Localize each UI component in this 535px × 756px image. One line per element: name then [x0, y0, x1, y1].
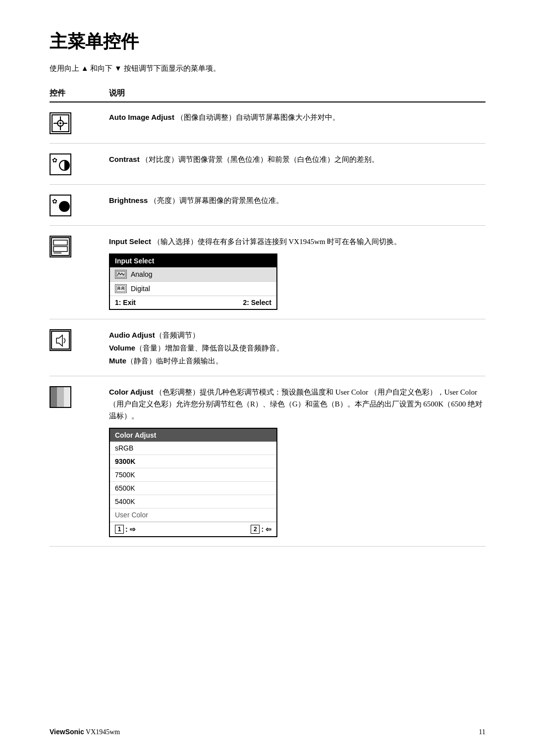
auto-image-adjust-cn: （图像自动调整）自动调节屏幕图像大小并对中。 — [176, 113, 340, 121]
content-input-select: Input Select （输入选择）使得在有多台计算器连接到 VX1945wm… — [109, 235, 485, 310]
audio-mute-line: Mute（静音）临时停止音频输出。 — [109, 355, 485, 367]
color-bar-dark — [51, 387, 57, 407]
footer-select: 2: Select — [243, 299, 271, 306]
color-item-user-color[interactable]: User Color — [110, 508, 276, 522]
icon-brightness: ✿ — [50, 194, 109, 216]
row-audio-adjust: Audio Adjust（音频调节） Volume（音量）增加音量、降低音以及使… — [50, 319, 485, 376]
footer-right: 2 : ⇦ — [251, 525, 271, 534]
analog-icon — [115, 270, 127, 279]
analog-label: Analog — [131, 270, 153, 278]
svg-text:✿: ✿ — [52, 156, 57, 164]
color-adjust-text: Color Adjust （色彩调整）提供几种色彩调节模式：预设颜色温度和 Us… — [109, 386, 485, 422]
contrast-icon: ✿ — [50, 153, 71, 175]
content-brightness: Brightness （亮度）调节屏幕图像的背景黑色位准。 — [109, 194, 485, 206]
row-auto-image-adjust: Auto Image Adjust （图像自动调整）自动调节屏幕图像大小并对中。 — [50, 102, 485, 144]
color-bar-light — [64, 387, 70, 407]
digital-icon — [115, 284, 127, 293]
digital-label: Digital — [131, 285, 150, 293]
svg-text:✿: ✿ — [52, 198, 57, 205]
footer-right-icon: : ⇦ — [261, 525, 271, 533]
header-description: 说明 — [109, 88, 485, 99]
content-audio-adjust: Audio Adjust（音频调节） Volume（音量）增加音量、降低音以及使… — [109, 328, 485, 367]
input-select-icon — [50, 236, 71, 257]
auto-image-adjust-title: Auto Image Adjust — [109, 113, 174, 121]
crosshair-icon — [50, 112, 71, 134]
row-brightness: ✿ Brightness （亮度）调节屏幕图像的背景黑色位准。 — [50, 185, 485, 226]
brightness-title: Brightness — [109, 196, 148, 204]
footer-brand-model: ViewSonic VX1945wm — [50, 728, 120, 736]
footer-num-1: 1 — [115, 525, 124, 534]
color-adjust-menu-title: Color Adjust — [110, 429, 276, 442]
table-header: 控件 说明 — [50, 88, 485, 102]
crosshair-svg — [52, 114, 69, 132]
page-container: 主菜单控件 使用向上 ▲ 和向下 ▼ 按钮调节下面显示的菜单项。 控件 说明 A… — [0, 0, 535, 586]
page-footer: ViewSonic VX1945wm 11 — [50, 728, 485, 736]
audio-adjust-title: Audio Adjust — [109, 331, 155, 339]
input-select-text: Input Select （输入选择）使得在有多台计算器连接到 VX1945wm… — [109, 236, 485, 248]
brightness-icon: ✿ — [50, 195, 71, 216]
icon-audio-adjust — [50, 328, 109, 351]
footer-left: 1 : ⇨ — [115, 525, 136, 534]
page-title: 主菜单控件 — [50, 30, 485, 54]
footer-exit: 1: Exit — [115, 299, 136, 306]
input-select-menu-title: Input Select — [110, 254, 276, 267]
icon-color-adjust — [50, 385, 109, 408]
row-color-adjust: Color Adjust （色彩调整）提供几种色彩调节模式：预设颜色温度和 Us… — [50, 376, 485, 547]
contrast-text: Contrast （对比度）调节图像背景（黑色位准）和前景（白色位准）之间的差别… — [109, 153, 485, 165]
icon-input-select — [50, 235, 109, 257]
input-select-menu-footer: 1: Exit 2: Select — [110, 296, 276, 309]
icon-contrast: ✿ — [50, 152, 109, 175]
color-item-9300k[interactable]: 9300K — [110, 455, 276, 468]
mute-title: Mute — [109, 356, 126, 365]
icon-auto-image-adjust — [50, 111, 109, 134]
input-select-menu: Input Select Analog — [109, 253, 277, 310]
content-color-adjust: Color Adjust （色彩调整）提供几种色彩调节模式：预设颜色温度和 Us… — [109, 385, 485, 537]
svg-point-10 — [59, 202, 69, 211]
color-bar-mid — [57, 387, 63, 407]
header-control: 控件 — [50, 88, 109, 99]
content-auto-image-adjust: Auto Image Adjust （图像自动调整）自动调节屏幕图像大小并对中。 — [109, 111, 485, 123]
audio-adjust-line1: Audio Adjust（音频调节） — [109, 329, 485, 341]
svg-rect-26 — [52, 331, 69, 349]
color-item-5400k[interactable]: 5400K — [110, 495, 276, 508]
svg-rect-12 — [54, 240, 67, 245]
color-item-srgb[interactable]: sRGB — [110, 442, 276, 455]
color-item-6500k[interactable]: 6500K — [110, 482, 276, 495]
model-name: VX1945wm — [86, 728, 120, 736]
svg-point-6 — [59, 122, 61, 124]
brightness-text: Brightness （亮度）调节屏幕图像的背景黑色位准。 — [109, 195, 485, 206]
audio-icon — [50, 329, 71, 351]
input-select-title: Input Select — [109, 237, 151, 246]
footer-num-2: 2 — [251, 525, 260, 534]
color-item-7500k[interactable]: 7500K — [110, 468, 276, 482]
color-adjust-menu-footer: 1 : ⇨ 2 : ⇦ — [110, 522, 276, 536]
row-input-select: Input Select （输入选择）使得在有多台计算器连接到 VX1945wm… — [50, 226, 485, 319]
color-adjust-title: Color Adjust — [109, 388, 153, 396]
page-number: 11 — [479, 728, 485, 736]
footer-left-icon: : ⇨ — [125, 525, 136, 533]
volume-title: Volume — [109, 344, 135, 352]
content-contrast: Contrast （对比度）调节图像背景（黑色位准）和前景（白色位准）之间的差别… — [109, 152, 485, 165]
color-adjust-icon — [50, 386, 71, 408]
menu-item-digital[interactable]: Digital — [110, 282, 276, 296]
menu-item-analog[interactable]: Analog — [110, 267, 276, 282]
row-contrast: ✿ Contrast （对比度）调节图像背景（黑色位准）和前景（白色位准）之间的… — [50, 144, 485, 185]
color-adjust-menu: Color Adjust sRGB 9300K 7500K 6500K 5400… — [109, 428, 277, 537]
brand-name: ViewSonic — [50, 728, 84, 736]
contrast-title: Contrast — [109, 155, 140, 163]
subtitle: 使用向上 ▲ 和向下 ▼ 按钮调节下面显示的菜单项。 — [50, 64, 485, 73]
svg-rect-13 — [54, 247, 67, 252]
audio-volume-line: Volume（音量）增加音量、降低音以及使音频静音。 — [109, 342, 485, 354]
